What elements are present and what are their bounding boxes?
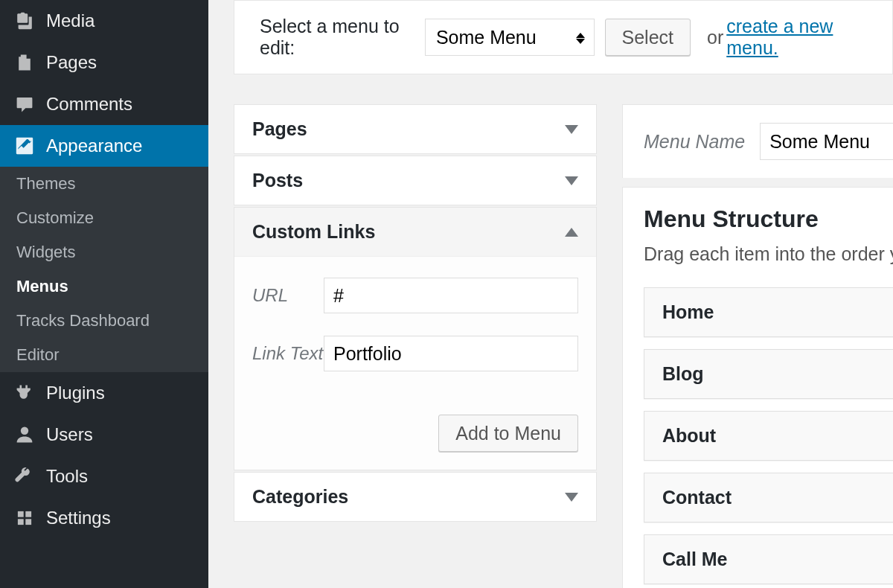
menu-item[interactable]: Call Me (644, 534, 893, 584)
metabox-custom-links: Custom Links URL Link Text (234, 207, 597, 470)
sidebar-item-settings[interactable]: Settings (0, 497, 208, 539)
sub-menus[interactable]: Menus (0, 269, 208, 304)
metabox-pages: Pages (234, 104, 597, 154)
svg-point-0 (21, 427, 28, 435)
sidebar-item-users[interactable]: Users (0, 414, 208, 456)
svg-rect-4 (25, 519, 31, 525)
sidebar-item-comments[interactable]: Comments (0, 83, 208, 125)
sub-widgets[interactable]: Widgets (0, 235, 208, 269)
menu-item[interactable]: About (644, 411, 893, 461)
svg-rect-3 (18, 519, 24, 525)
sidebar-label: Users (46, 424, 93, 445)
menu-item[interactable]: Contact (644, 473, 893, 523)
menu-edit-column: Menu Name Menu Structure Drag each item … (622, 104, 893, 588)
chevron-down-icon (565, 493, 578, 502)
chevron-down-icon (565, 176, 578, 185)
sidebar-label: Settings (46, 508, 111, 528)
menu-structure: Menu Structure Drag each item into the o… (622, 187, 893, 588)
plugin-icon (13, 382, 36, 404)
appearance-submenu: Themes Customize Widgets Menus Tracks Da… (0, 167, 208, 372)
comment-icon (13, 93, 36, 115)
user-icon (13, 424, 36, 446)
select-button[interactable]: Select (605, 19, 691, 56)
metabox-categories: Categories (234, 472, 597, 522)
menu-name-label: Menu Name (644, 131, 745, 153)
sidebar-item-tools[interactable]: Tools (0, 456, 208, 497)
page-icon (13, 51, 36, 74)
create-menu-link[interactable]: create a new menu. (726, 16, 867, 59)
appearance-icon (13, 135, 36, 157)
menu-select-bar: Select a menu to edit: Some Menu Select … (234, 0, 893, 74)
menu-structure-heading: Menu Structure (644, 205, 893, 233)
metabox-custom-links-head[interactable]: Custom Links (234, 208, 596, 257)
chevron-up-icon (565, 228, 578, 237)
media-icon (13, 10, 36, 32)
sidebar-label: Media (46, 10, 95, 31)
menu-select-dropdown[interactable]: Some Menu (425, 19, 595, 56)
link-text-label: Link Text (252, 343, 324, 364)
sub-customize[interactable]: Customize (0, 201, 208, 235)
sub-themes[interactable]: Themes (0, 167, 208, 201)
menu-item[interactable]: Home (644, 287, 893, 337)
sidebar-label: Tools (46, 466, 88, 487)
admin-sidebar: Media Pages Comments Appearance Themes C… (0, 0, 208, 588)
sidebar-label: Pages (46, 52, 97, 73)
add-to-menu-button[interactable]: Add to Menu (438, 415, 578, 452)
svg-rect-2 (25, 511, 31, 517)
menu-name-bar: Menu Name (622, 104, 893, 178)
sub-tracks[interactable]: Tracks Dashboard (0, 304, 208, 338)
sub-editor[interactable]: Editor (0, 338, 208, 372)
sidebar-label: Appearance (46, 135, 142, 156)
settings-icon (13, 507, 36, 529)
sidebar-label: Comments (46, 94, 132, 115)
or-text: or (707, 27, 723, 48)
sidebar-label: Plugins (46, 383, 105, 403)
main-content: Select a menu to edit: Some Menu Select … (208, 0, 893, 588)
tool-icon (13, 465, 36, 488)
metabox-posts-head[interactable]: Posts (234, 156, 596, 205)
link-text-input[interactable] (324, 336, 578, 371)
sidebar-item-appearance[interactable]: Appearance (0, 125, 208, 167)
sidebar-item-media[interactable]: Media (0, 0, 208, 42)
metabox-column: Pages Posts Custom Links (234, 104, 597, 588)
chevron-down-icon (565, 125, 578, 134)
select-menu-label: Select a menu to edit: (260, 16, 415, 59)
menu-name-input[interactable] (760, 123, 893, 160)
custom-links-body: URL Link Text (234, 257, 596, 415)
url-label: URL (252, 285, 324, 306)
sidebar-item-plugins[interactable]: Plugins (0, 372, 208, 414)
metabox-posts: Posts (234, 156, 597, 205)
menu-item[interactable]: Blog (644, 349, 893, 399)
svg-rect-1 (18, 511, 24, 517)
metabox-pages-head[interactable]: Pages (234, 105, 596, 153)
sidebar-item-pages[interactable]: Pages (0, 42, 208, 83)
menu-structure-desc: Drag each item into the order yo (644, 243, 893, 265)
metabox-categories-head[interactable]: Categories (234, 473, 596, 521)
url-input[interactable] (324, 278, 578, 313)
